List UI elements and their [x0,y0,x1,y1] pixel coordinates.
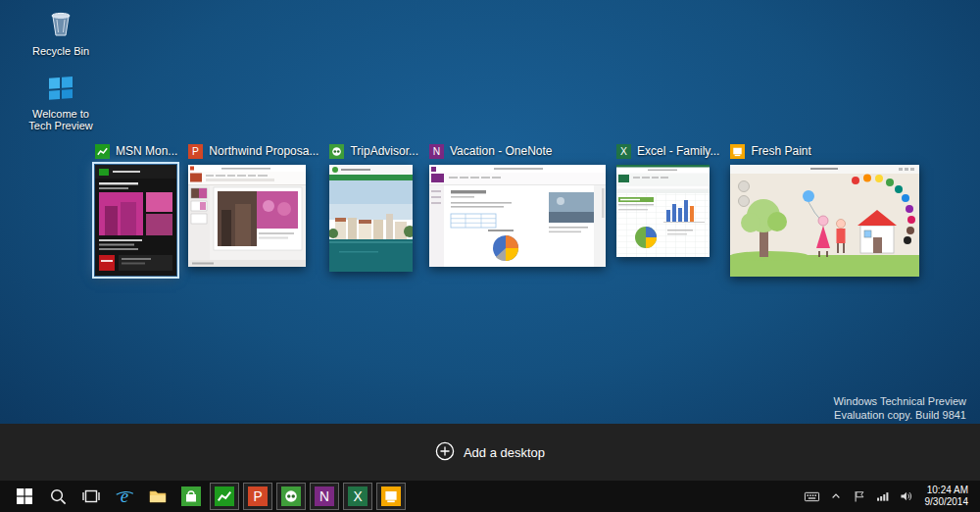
task-view-icon [81,487,101,505]
tripadvisor-taskbar-button[interactable] [276,483,306,510]
onenote-icon: N [315,486,334,506]
search-button[interactable] [43,483,73,510]
show-hidden-icons-button[interactable] [825,483,847,510]
start-button[interactable] [10,483,39,510]
task-view-window-onenote[interactable]: N Vacation - OneNote [429,143,606,267]
flag-icon [853,489,866,503]
file-explorer-button[interactable] [143,483,172,510]
window-title: Fresh Paint [751,144,810,158]
svg-text:X: X [353,489,362,504]
onenote-icon: N [429,144,444,159]
fresh-paint-icon [381,486,401,506]
excel-icon: X [616,144,631,159]
powerpoint-icon: P [248,486,268,506]
network-signal-icon [875,489,890,503]
tripadvisor-icon [281,486,301,506]
fresh-paint-taskbar-button[interactable] [376,483,406,510]
add-desktop-bar: Add a desktop [0,424,980,481]
store-button[interactable] [176,483,206,510]
tripadvisor-icon [329,144,344,159]
window-thumbnail-excel[interactable] [616,165,710,257]
add-desktop-button[interactable]: Add a desktop [429,440,551,465]
window-title: Northwind Proposa... [209,144,318,158]
window-title: TripAdvisor... [350,144,418,158]
window-thumbnail-fresh-paint[interactable] [730,165,919,277]
recycle-bin-icon [45,8,76,43]
msn-money-icon [95,144,110,159]
store-icon [181,486,201,506]
excel-taskbar-button[interactable]: X [343,483,372,510]
desktop-icon-label: Welcome to Tech Preview [27,108,94,131]
task-view-window-fresh-paint[interactable]: Fresh Paint [730,143,919,277]
volume-button[interactable] [896,483,917,510]
onenote-taskbar-button[interactable]: N [310,483,339,510]
window-thumbnail-powerpoint[interactable] [188,165,306,267]
window-label: Fresh Paint [730,143,919,159]
task-view-window-powerpoint[interactable]: P Northwind Proposa... [188,143,318,267]
window-thumbnail-onenote[interactable] [429,165,606,267]
window-label: N Vacation - OneNote [429,143,606,159]
desktop-icon-welcome-tech-preview[interactable]: Welcome to Tech Preview [27,71,94,131]
taskbar: e [0,481,980,512]
msn-money-icon [215,486,234,506]
windows-logo-icon [45,71,76,106]
task-view-window-msn-money[interactable]: MSN Mon... [95,143,177,276]
svg-text:X: X [620,146,627,157]
svg-text:P: P [192,146,199,157]
desktop-icon-label: Recycle Bin [32,45,89,57]
window-thumbnail-tripadvisor[interactable] [329,165,413,272]
svg-text:P: P [253,489,262,504]
windows-logo-icon [16,487,33,505]
window-label: P Northwind Proposa... [188,143,318,159]
task-view: MSN Mon... [95,143,919,277]
svg-text:e: e [121,486,128,506]
powerpoint-icon: P [188,144,203,159]
plus-circle-icon [435,441,455,464]
build-watermark: Windows Technical Preview Evaluation cop… [833,394,966,422]
add-desktop-label: Add a desktop [464,445,545,460]
file-explorer-icon [148,487,168,505]
msn-money-taskbar-button[interactable] [210,483,239,510]
task-view-button[interactable] [76,483,106,510]
window-title: Excel - Family... [637,144,719,158]
watermark-line1: Windows Technical Preview [833,394,966,408]
search-icon [49,487,68,506]
window-title: MSN Mon... [116,144,177,158]
window-thumbnail-msn-money[interactable] [95,165,176,276]
window-label: X Excel - Family... [616,143,719,159]
touch-keyboard-button[interactable] [802,483,823,510]
internet-explorer-icon: e [114,486,135,507]
clock-date: 9/30/2014 [925,496,969,508]
window-label: TripAdvisor... [329,143,418,159]
taskbar-clock[interactable]: 10:24 AM 9/30/2014 [919,485,975,508]
desktop-icon-recycle-bin[interactable]: Recycle Bin [27,8,94,57]
svg-text:N: N [433,146,440,157]
desktop: Recycle Bin Welcome to Tech Preview MS [0,0,980,512]
keyboard-icon [804,489,820,504]
window-label: MSN Mon... [95,143,177,159]
speaker-icon [899,489,913,503]
action-center-button[interactable] [849,483,870,510]
chevron-up-icon [830,490,842,502]
internet-explorer-button[interactable]: e [110,483,139,510]
svg-text:N: N [319,489,329,504]
fresh-paint-icon [730,144,745,159]
taskbar-left: e [0,483,406,510]
window-title: Vacation - OneNote [450,144,553,158]
powerpoint-taskbar-button[interactable]: P [243,483,272,510]
excel-icon: X [348,486,368,506]
clock-time: 10:24 AM [925,485,969,496]
network-button[interactable] [872,483,894,510]
system-tray: 10:24 AM 9/30/2014 [802,483,980,510]
task-view-window-tripadvisor[interactable]: TripAdvisor... [329,143,418,272]
watermark-line2: Evaluation copy. Build 9841 [833,408,966,422]
task-view-window-excel[interactable]: X Excel - Family... [616,143,719,257]
